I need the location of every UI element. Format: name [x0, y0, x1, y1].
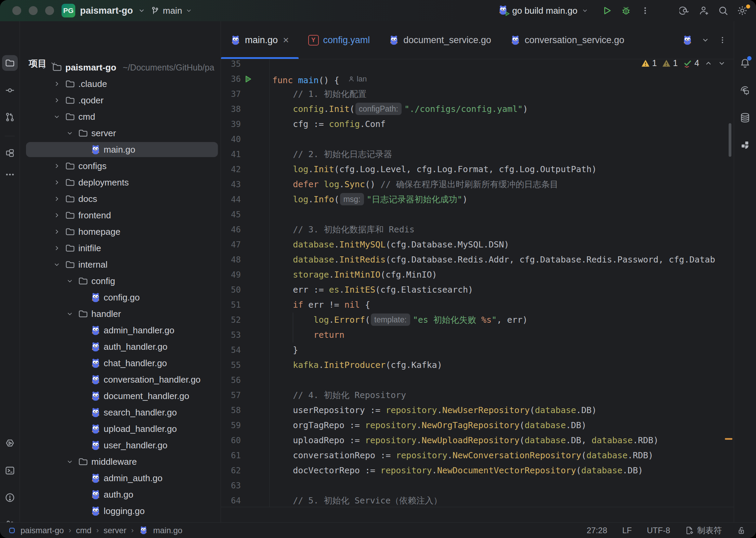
code-line-53[interactable]: 53 return — [221, 328, 734, 343]
minimize-window-icon[interactable] — [29, 6, 38, 15]
more-tools-icon[interactable] — [2, 167, 18, 182]
breadcrumb-item[interactable]: paismart-go — [21, 526, 64, 535]
structure-icon[interactable] — [2, 145, 18, 161]
vertical-scrollbar[interactable] — [729, 123, 731, 157]
code-line-57[interactable]: 57 // 4. 初始化 Repository — [221, 388, 734, 403]
ai-assistant-icon[interactable] — [737, 82, 753, 98]
search-everywhere-icon[interactable] — [714, 3, 733, 18]
project-folder-icon[interactable] — [2, 55, 18, 71]
code-viewport[interactable]: 3536func main() { lan37 // 1. 初始化配置38 co… — [221, 59, 734, 507]
tree-item-config[interactable]: config — [20, 273, 221, 289]
tree-item-auth-handler.go[interactable]: auth_handler.go — [20, 338, 221, 355]
tree-item-frontend[interactable]: frontend — [20, 207, 221, 223]
code-line-51[interactable]: 51 if err != nil { — [221, 297, 734, 312]
more-actions-kebab-icon[interactable] — [636, 3, 655, 18]
code-line-64[interactable]: 64 // 5. 初始化 Service（依赖注入） — [221, 493, 734, 507]
chevron-down-icon[interactable] — [65, 310, 75, 317]
code-line-61[interactable]: 61 conversationRepo := repository.NewCon… — [221, 448, 734, 463]
code-line-62[interactable]: 62 docVectorRepo := repository.NewDocume… — [221, 463, 734, 478]
code-line-58[interactable]: 58 userRepository := repository.NewUserR… — [221, 403, 734, 418]
indent-indicator[interactable]: 制表符 — [685, 525, 722, 536]
breadcrumb-item[interactable]: server — [104, 526, 127, 535]
tab-main.go[interactable]: main.go× — [221, 21, 299, 59]
debug-button[interactable] — [616, 3, 636, 18]
code-line-39[interactable]: 39 cfg := config.Conf — [221, 117, 734, 132]
tab-options-kebab-icon[interactable] — [718, 36, 727, 44]
branch-widget[interactable]: main — [151, 0, 192, 21]
run-configuration[interactable]: go build main.go — [498, 5, 588, 16]
code-line-36[interactable]: 36func main() { lan — [221, 72, 734, 87]
close-icon[interactable]: × — [283, 34, 289, 46]
breadcrumb-item[interactable]: main.go — [153, 526, 182, 535]
pull-requests-icon[interactable] — [2, 109, 18, 125]
unlock-icon[interactable] — [737, 526, 746, 535]
code-line-48[interactable]: 48 database.InitRedis(cfg.Database.Redis… — [221, 252, 734, 267]
line-separator-indicator[interactable]: LF — [622, 526, 632, 535]
tree-item-docs[interactable]: docs — [20, 191, 221, 207]
tree-item-homepage[interactable]: homepage — [20, 223, 221, 240]
caret-position-indicator[interactable]: 27:28 — [587, 526, 607, 535]
tree-item-handler[interactable]: handler — [20, 306, 221, 322]
chevron-right-icon[interactable] — [52, 80, 62, 87]
tree-item-middleware[interactable]: middleware — [20, 453, 221, 470]
tree-item-.claude[interactable]: .claude — [20, 76, 221, 92]
tree-item-logging.go[interactable]: logging.go — [20, 503, 221, 519]
code-line-46[interactable]: 46 // 3. 初始化数据库和 Redis — [221, 222, 734, 237]
terminal-icon[interactable] — [2, 463, 18, 478]
code-line-60[interactable]: 60 uploadRepo := repository.NewUploadRep… — [221, 433, 734, 448]
tab-config.yaml[interactable]: Yconfig.yaml — [299, 21, 380, 59]
tree-item-admin-auth.go[interactable]: admin_auth.go — [20, 470, 221, 486]
code-line-43[interactable]: 43 defer log.Sync() // 确保在程序退出时刷新所有缓冲的日志… — [221, 177, 734, 192]
traffic-lights[interactable] — [12, 6, 54, 15]
code-line-50[interactable]: 50 err := es.InitES(cfg.Elasticsearch) — [221, 282, 734, 297]
code-with-me-user-icon[interactable] — [694, 3, 714, 18]
tree-item-upload-handler.go[interactable]: upload_handler.go — [20, 421, 221, 437]
overflow-tab-gopher-icon[interactable] — [682, 35, 692, 45]
code-line-52[interactable]: 52 log.Errorf(template:"es 初始化失败 %s", er… — [221, 312, 734, 328]
code-line-47[interactable]: 47 database.InitMySQL(cfg.Database.MySQL… — [221, 237, 734, 252]
tree-item-user-handler.go[interactable]: user_handler.go — [20, 437, 221, 453]
breadcrumb-item[interactable]: cmd — [76, 526, 91, 535]
tree-item-server[interactable]: server — [20, 125, 221, 141]
plugin-tool-icon[interactable] — [737, 137, 753, 153]
code-line-56[interactable]: 56 — [221, 373, 734, 388]
code-line-41[interactable]: 41 // 2. 初始化日志记录器 — [221, 147, 734, 162]
tree-item-configs[interactable]: configs — [20, 158, 221, 174]
warning-stripe-mark[interactable] — [725, 438, 732, 440]
close-window-icon[interactable] — [12, 6, 21, 15]
chevron-right-icon[interactable] — [52, 245, 62, 252]
tree-item-cmd[interactable]: cmd — [20, 108, 221, 125]
code-line-37[interactable]: 37 // 1. 初始化配置 — [221, 87, 734, 102]
chevron-down-icon[interactable] — [138, 7, 145, 14]
code-line-49[interactable]: 49 storage.InitMinIO(cfg.MinIO) — [221, 267, 734, 282]
problems-icon[interactable] — [2, 490, 18, 505]
code-line-59[interactable]: 59 orgTagRepo := repository.NewOrgTagRep… — [221, 418, 734, 433]
chevron-down-icon[interactable] — [65, 458, 75, 465]
chevron-down-icon[interactable] — [39, 64, 49, 71]
tree-item-paismart-go[interactable]: paismart-go~/Documents/GitHub/pa — [20, 59, 221, 76]
code-line-63[interactable]: 63 — [221, 478, 734, 493]
run-button[interactable] — [597, 3, 616, 18]
chevron-right-icon[interactable] — [52, 228, 62, 235]
notifications-bell-icon[interactable] — [737, 55, 753, 71]
tree-item-admin-handler.go[interactable]: admin_handler.go — [20, 322, 221, 338]
run-main-gutter-icon[interactable] — [244, 75, 252, 84]
tree-item-document-handler.go[interactable]: document_handler.go — [20, 388, 221, 404]
tree-item-search-handler.go[interactable]: search_handler.go — [20, 404, 221, 421]
chevron-right-icon[interactable] — [52, 195, 62, 202]
tree-item-conversation-handler.go[interactable]: conversation_handler.go — [20, 371, 221, 388]
chevron-down-icon[interactable] — [65, 130, 75, 137]
zoom-window-icon[interactable] — [45, 6, 54, 15]
tree-item-chat-handler.go[interactable]: chat_handler.go — [20, 355, 221, 371]
tree-item-main.go[interactable]: main.go — [20, 141, 221, 158]
tree-item-deployments[interactable]: deployments — [20, 174, 221, 191]
ai-assistant-at-icon[interactable] — [675, 3, 694, 18]
database-icon[interactable] — [737, 110, 753, 126]
code-line-54[interactable]: 54 } — [221, 343, 734, 358]
chevron-right-icon[interactable] — [52, 163, 62, 169]
chevron-right-icon[interactable] — [52, 97, 62, 104]
code-line-38[interactable]: 38 config.Init(configPath:"./configs/con… — [221, 102, 734, 117]
tab-conversation-service.go[interactable]: conversation_service.go — [501, 21, 634, 59]
code-line-40[interactable]: 40 — [221, 132, 734, 147]
chevron-down-icon[interactable] — [65, 278, 75, 284]
